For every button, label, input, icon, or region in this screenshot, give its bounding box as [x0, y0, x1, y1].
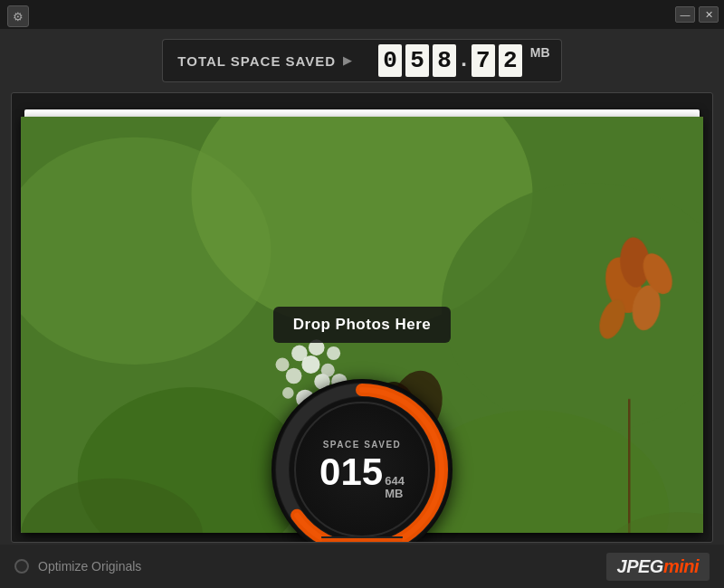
minimize-icon: — [681, 9, 691, 20]
gauge-value: 015 [319, 453, 383, 491]
header: TOTAL SPACE SAVED ▶ 0 5 8 . 7 2 MB [0, 29, 724, 92]
gauge-number: 015 644 MB [319, 453, 405, 499]
close-button[interactable]: ✕ [699, 6, 719, 23]
bottom-bar: Optimize Originals JPEGmini [0, 545, 724, 588]
optimize-originals-option[interactable]: Optimize Originals [14, 559, 141, 574]
gauge-space-saved-label: SPACE SAVED [323, 440, 402, 450]
main-area[interactable]: Drop Photos Here SPACE SAVED 015 [11, 92, 713, 543]
settings-button[interactable]: ⚙ [7, 5, 29, 27]
drop-label: Drop Photos Here [273, 307, 452, 343]
digit-0: 0 [378, 44, 402, 77]
brand-mini: mini [663, 556, 699, 576]
gauge-container: SPACE SAVED 015 644 MB CHOOSE [272, 379, 452, 543]
gauge-mb: MB [385, 488, 403, 499]
unit-label: MB [530, 40, 550, 60]
minimize-button[interactable]: — [675, 6, 695, 23]
optimize-checkbox[interactable] [14, 559, 29, 574]
digit-2: 8 [433, 44, 456, 77]
brand-text: JPEGmini [617, 556, 699, 576]
brand-logo: JPEGmini [606, 553, 710, 581]
decimal-point: . [461, 46, 467, 75]
play-icon: ▶ [343, 54, 352, 67]
total-space-text: TOTAL SPACE SAVED [177, 53, 336, 69]
digit-3: 7 [472, 44, 495, 77]
gauge-outer: SPACE SAVED 015 644 MB CHOOSE [272, 379, 452, 543]
digit-1: 5 [405, 44, 429, 77]
choose-button[interactable]: CHOOSE [321, 536, 403, 543]
gauge-decimal: 644 [385, 474, 405, 488]
close-icon: ✕ [705, 9, 713, 21]
total-space-label: TOTAL SPACE SAVED ▶ [162, 39, 367, 82]
gear-icon: ⚙ [13, 10, 24, 24]
digit-4: 2 [499, 44, 522, 77]
gauge-inner: SPACE SAVED 015 644 MB [294, 402, 430, 537]
optimize-label: Optimize Originals [38, 559, 141, 574]
gauge-unit: 644 MB [385, 474, 405, 499]
counter-display: 0 5 8 . 7 2 MB [367, 39, 561, 82]
title-bar: ⚙ — ✕ [0, 0, 724, 29]
